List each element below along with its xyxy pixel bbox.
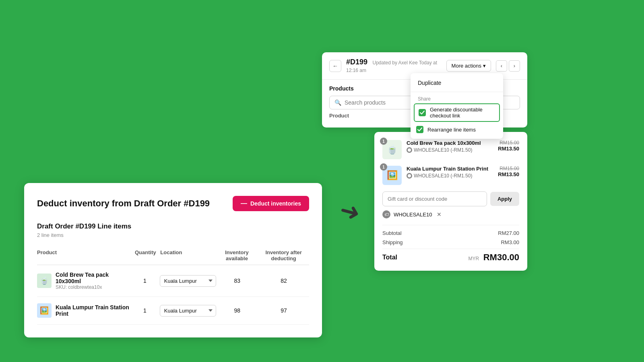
item-details-1: Cold Brew Tea pack 10x300ml WHOLESALE10 … (407, 140, 493, 153)
nav-arrows: ‹ › (496, 60, 520, 72)
order-items-panel: 1 🍵 Cold Brew Tea pack 10x300ml WHOLESAL… (374, 132, 527, 271)
search-icon: 🔍 (334, 99, 341, 106)
order-id: #D199 (346, 58, 367, 66)
inv-after-1: 82 (258, 278, 309, 284)
check-icon-generate (419, 109, 426, 116)
next-arrow[interactable]: › (509, 60, 520, 72)
product-thumb-1: 🍵 (37, 274, 52, 288)
order-item-row: 1 🍵 Cold Brew Tea pack 10x300ml WHOLESAL… (382, 140, 519, 159)
discount-tag-icon-2 (407, 173, 412, 179)
dropdown-generate-checkout[interactable]: Generate discountable checkout link (414, 103, 500, 122)
location-cell-1[interactable]: Kuala Lumpur (160, 275, 216, 287)
deduct-inventories-button[interactable]: — Deduct inventories (233, 196, 309, 211)
discount-tag-icon-1 (407, 147, 412, 153)
col-inventory-available: Inventory available (216, 249, 258, 261)
back-button[interactable]: ← (329, 60, 341, 72)
more-actions-button[interactable]: More actions ▾ (446, 60, 491, 72)
deduct-title: Deduct inventory from Draft Order #D199 (37, 198, 210, 209)
product-thumb-2: 🖼️ (37, 303, 52, 318)
subtotal-value: RM27.00 (498, 230, 519, 236)
dropdown-rearrange[interactable]: Rearrange line items (411, 123, 503, 136)
subtotal-label: Subtotal (382, 230, 402, 236)
shipping-value: RM3.00 (501, 239, 519, 245)
qty-cell-2: 1 (130, 307, 160, 314)
shipping-label: Shipping (382, 239, 403, 245)
product-sku-1: SKU: coldbrewtea10x (56, 284, 130, 290)
apply-button[interactable]: Apply (490, 192, 519, 206)
prev-arrow[interactable]: ‹ (496, 60, 507, 72)
inv-available-2: 98 (216, 307, 258, 314)
totals-section: Subtotal RM27.00 Shipping RM3.00 Total M… (382, 225, 519, 263)
item-name-1: Cold Brew Tea pack 10x300ml (407, 140, 493, 146)
rearrange-label: Rearrange line items (427, 127, 476, 133)
product-cell-1: 🍵 Cold Brew Tea pack 10x300ml SKU: coldb… (37, 272, 130, 290)
applied-code-label: WHOLESALE10 (394, 212, 432, 218)
product-name-2: Kuala Lumpur Train Station Print (56, 304, 130, 317)
generate-checkout-label: Generate discountable checkout link (430, 107, 495, 119)
item-price-2: RM15.00 RM13.50 (498, 166, 519, 177)
dropdown-menu: Duplicate Share Generate discountable ch… (411, 73, 503, 139)
item-name-2: Kuala Lumpur Train Station Print (407, 166, 493, 172)
tag-icon: 🏷 (382, 210, 390, 218)
item-final-price-1: RM13.50 (498, 146, 519, 152)
arrow-graphic: ➜ (337, 195, 363, 228)
item-original-price-1: RM15.00 (498, 140, 519, 146)
item-price-1: RM15.00 RM13.50 (498, 140, 519, 152)
dropdown-divider (411, 92, 503, 92)
applied-code: 🏷 WHOLESALE10 ✕ (382, 210, 519, 218)
table-row: 🍵 Cold Brew Tea pack 10x300ml SKU: coldb… (37, 265, 309, 297)
col-quantity: Quantity (130, 249, 160, 261)
shipping-row: Shipping RM3.00 (382, 239, 519, 245)
item-image-2: 1 🖼️ (382, 166, 402, 185)
location-cell-2[interactable]: Kuala Lumpur (160, 305, 216, 317)
discount-section: Apply (382, 191, 519, 206)
order-item-row: 1 🖼️ Kuala Lumpur Train Station Print WH… (382, 166, 519, 185)
product-name-1: Cold Brew Tea pack 10x300ml (56, 272, 130, 284)
grand-total-row: Total MYR RM30.00 (382, 249, 519, 263)
location-select-1[interactable]: Kuala Lumpur (160, 275, 216, 287)
table-header: Product Quantity Location Inventory avai… (37, 246, 309, 265)
col-location: Location (160, 249, 215, 261)
line-count: 2 line items (37, 232, 309, 238)
location-select-2[interactable]: Kuala Lumpur (160, 305, 216, 317)
remove-code-button[interactable]: ✕ (437, 211, 442, 218)
item-discount-1: WHOLESALE10 (-RM1.50) (407, 147, 493, 153)
total-label: Total (382, 254, 397, 261)
subtotal-row: Subtotal RM27.00 (382, 230, 519, 236)
line-items-title: Draft Order #D199 Line items (37, 222, 309, 230)
chevron-down-icon: ▾ (483, 63, 486, 69)
dash-icon: — (241, 200, 247, 207)
total-currency: MYR (469, 256, 479, 261)
check-icon-rearrange (416, 126, 423, 133)
gift-card-input[interactable] (382, 191, 487, 206)
col-product: Product (37, 249, 130, 261)
line-items-section: Draft Order #D199 Line items 2 line item… (37, 222, 309, 325)
total-value: RM30.00 (483, 252, 519, 262)
dropdown-duplicate[interactable]: Duplicate (411, 76, 503, 90)
qty-cell-1: 1 (130, 278, 160, 284)
item-badge-2: 1 (380, 163, 387, 171)
table-row: 🖼️ Kuala Lumpur Train Station Print 1 Ku… (37, 297, 309, 325)
deduct-panel-header: Deduct inventory from Draft Order #D199 … (37, 196, 309, 211)
item-details-2: Kuala Lumpur Train Station Print WHOLESA… (407, 166, 493, 179)
svg-point-0 (408, 148, 411, 152)
col-inventory-after: Inventory after deducting (258, 249, 309, 261)
inv-available-1: 83 (216, 278, 258, 284)
item-image-1: 1 🍵 (382, 140, 402, 159)
product-cell-2: 🖼️ Kuala Lumpur Train Station Print (37, 303, 130, 318)
item-discount-2: WHOLESALE10 (-RM1.50) (407, 173, 493, 179)
svg-point-1 (408, 174, 411, 177)
item-badge-1: 1 (380, 138, 387, 145)
deduct-inventory-panel: Deduct inventory from Draft Order #D199 … (24, 183, 322, 337)
item-final-price-2: RM13.50 (498, 171, 519, 177)
dropdown-share-label: Share (411, 94, 503, 103)
order-panel: ← #D199 Updated by Axel Kee Today at 12:… (322, 52, 527, 128)
inv-after-2: 97 (258, 307, 309, 314)
item-original-price-2: RM15.00 (498, 166, 519, 171)
